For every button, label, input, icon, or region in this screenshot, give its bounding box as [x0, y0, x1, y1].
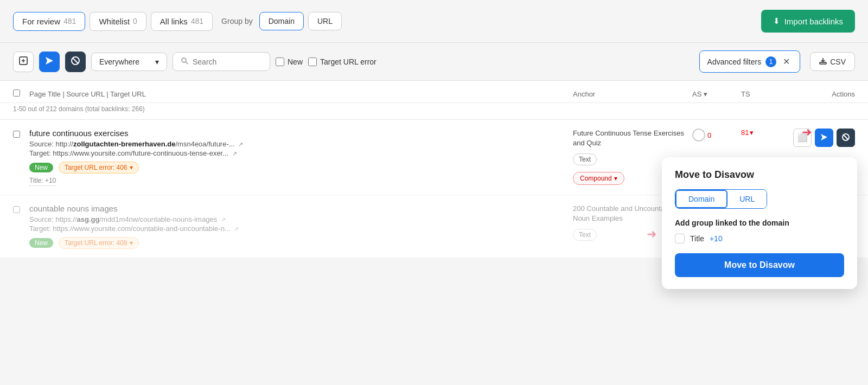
row-1-anchor-text-tag: Text [573, 153, 597, 165]
row-1-as-value: 0 [707, 131, 711, 139]
advanced-filters-close-icon[interactable]: ✕ [781, 55, 792, 68]
row-1-action-block-btn[interactable] [837, 129, 855, 147]
popup-tab-domain[interactable]: Domain [675, 190, 727, 208]
svg-point-6 [182, 58, 186, 62]
popup-tab-url[interactable]: URL [727, 190, 767, 208]
row-1-checkbox-input[interactable] [13, 131, 20, 138]
group-by-domain-btn[interactable]: Domain [259, 12, 304, 30]
tab-all-links[interactable]: All links 481 [151, 12, 213, 31]
row-1-target-ext-link-icon[interactable]: ↗ [232, 150, 237, 157]
row-2-target-text: Target: https://www.yoursite.com/countab… [29, 224, 231, 233]
row-1-as-circle-icon [692, 129, 705, 142]
row-2-error-chevron-icon: ▾ [130, 239, 133, 247]
top-bar-left: For review 481 Whitelist 0 All links 481… [13, 12, 342, 31]
row-2-main: countable nouns images Source: https://a… [29, 204, 573, 249]
csv-export-button[interactable]: CSV [810, 52, 855, 71]
row-1-checkbox[interactable] [13, 129, 29, 139]
col-header-actions: Actions [784, 90, 855, 98]
row-2-source: Source: https://asg.gg/mdd1m4nw/countabl… [29, 215, 564, 223]
as-sort-icon: ▾ [704, 90, 707, 98]
row-1-target: Target: https://www.yoursite.com/future-… [29, 149, 564, 157]
popup-checkbox-label: Title [690, 234, 704, 243]
popup-move-to-disavow-button[interactable]: Move to Disavow [675, 253, 844, 277]
block-action-icon [841, 133, 850, 143]
copy-icon: ⬜ [797, 133, 808, 143]
popup-title: Move to Disavow [675, 169, 844, 181]
row-2-checkbox-input[interactable] [13, 206, 20, 213]
row-1-tags: New Target URL error: 406 ▾ [29, 162, 564, 174]
row-2-source-prefix: Source: https:// [29, 215, 76, 223]
tab-whitelist-count: 0 [133, 17, 137, 25]
row-1-target-text: Target: https://www.yoursite.com/future-… [29, 149, 228, 157]
row-2-anchor-text-tag: Text [573, 229, 597, 241]
tab-whitelist-label: Whitelist [99, 17, 130, 26]
row-2-checkbox[interactable] [13, 204, 29, 215]
row-1-source-domain: zollgutachten-bremerhaven.de [73, 140, 176, 148]
new-checkbox-input[interactable] [276, 57, 284, 66]
select-all-checkbox[interactable] [13, 89, 20, 97]
csv-label: CSV [830, 57, 846, 66]
export-icon-btn[interactable] [13, 52, 34, 72]
group-by-url-label: URL [317, 17, 333, 25]
col-header-anchor: Anchor [573, 90, 692, 98]
col-header-main: Page Title | Source URL | Target URL [29, 90, 573, 98]
advanced-filters-label: Advanced filters [707, 57, 762, 66]
row-1-compound-chevron-icon: ▾ [614, 175, 617, 182]
advanced-filters-btn[interactable]: Advanced filters 1 ✕ [699, 50, 801, 73]
send-icon-btn[interactable] [39, 52, 60, 72]
row-2-source-ext-link-icon[interactable]: ↗ [221, 216, 226, 223]
import-backlinks-button[interactable]: ⬇ Import backlinks [761, 10, 855, 33]
tab-for-review-count: 481 [63, 17, 76, 25]
export-icon [18, 56, 28, 68]
row-1-action-copy-btn[interactable]: ⬜ [793, 129, 812, 147]
col-header-as: AS ▾ [692, 90, 741, 98]
row-1-ts-chevron-icon: ▾ [750, 129, 754, 137]
row-1-error-tag: Target URL error: 406 ▾ [59, 162, 139, 174]
tab-for-review[interactable]: For review 481 [13, 12, 85, 31]
row-2-title: countable nouns images [29, 204, 564, 213]
svg-rect-8 [820, 62, 826, 64]
target-url-error-label: Target URL error [320, 57, 376, 66]
row-1-action-send-btn[interactable] [815, 129, 833, 147]
popup-tab-url-label: URL [739, 195, 755, 203]
row-1-new-tag: New [29, 163, 53, 172]
tab-for-review-label: For review [22, 17, 60, 26]
chevron-down-icon: ▾ [155, 57, 159, 66]
everywhere-dropdown[interactable]: Everywhere ▾ [91, 53, 167, 71]
search-input[interactable] [193, 57, 258, 66]
new-filter-checkbox[interactable]: New [276, 57, 303, 66]
search-icon [181, 57, 188, 66]
row-2-error-tag-label: Target URL error: 408 [65, 239, 127, 247]
row-1-error-chevron-icon: ▾ [130, 164, 133, 171]
row-2-target-ext-link-icon[interactable]: ↗ [234, 226, 239, 232]
send-action-icon [820, 133, 828, 143]
row-1-source-prefix: Source: http:// [29, 140, 73, 148]
svg-line-7 [186, 62, 188, 65]
popup-checkbox-count: +10 [710, 234, 723, 243]
table-subheader: 1-50 out of 212 domains (total backlinks… [0, 103, 868, 120]
row-1-ts: 81 ▾ [741, 129, 784, 137]
col-header-ts: TS [741, 90, 784, 98]
top-bar: For review 481 Whitelist 0 All links 481… [0, 0, 868, 43]
tab-whitelist[interactable]: Whitelist 0 [90, 12, 146, 31]
advanced-filters-badge: 1 [765, 56, 776, 67]
search-box[interactable] [173, 52, 270, 71]
target-url-error-checkbox-input[interactable] [308, 57, 317, 66]
row-1-source-ext-link-icon[interactable]: ↗ [238, 141, 243, 147]
row-1-compound-tag[interactable]: Compound ▾ [573, 172, 624, 185]
group-by-url-btn[interactable]: URL [308, 12, 342, 30]
row-2-tags: New Target URL error: 408 ▾ [29, 237, 564, 249]
popup-tab-group: Domain URL [675, 189, 767, 209]
target-url-error-checkbox[interactable]: Target URL error [308, 57, 376, 66]
popup-checkbox-row: Title +10 [675, 234, 844, 243]
row-2-target: Target: https://www.yoursite.com/countab… [29, 224, 564, 233]
import-icon: ⬇ [773, 16, 780, 26]
import-backlinks-label: Import backlinks [784, 17, 843, 26]
block-icon-btn[interactable] [65, 52, 86, 72]
row-2-source-domain: asg.gg [76, 215, 99, 223]
popup-title-checkbox[interactable] [675, 234, 685, 243]
tab-all-links-count: 481 [191, 17, 203, 25]
popup-tab-domain-label: Domain [688, 195, 714, 203]
row-1-compound-label: Compound [580, 175, 612, 182]
row-2-error-tag: Target URL error: 408 ▾ [59, 237, 139, 249]
